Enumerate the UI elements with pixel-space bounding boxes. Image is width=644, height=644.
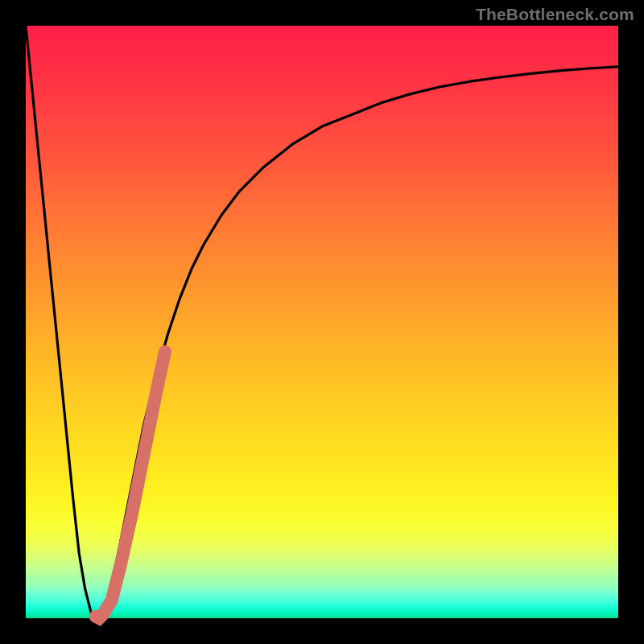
chart-svg <box>26 26 618 618</box>
main-curve <box>26 26 618 618</box>
watermark-text: TheBottleneck.com <box>476 5 634 24</box>
highlight-hook <box>96 613 104 618</box>
highlight-segment <box>105 352 165 609</box>
plot-area <box>26 26 618 618</box>
chart-frame: TheBottleneck.com <box>0 0 644 644</box>
